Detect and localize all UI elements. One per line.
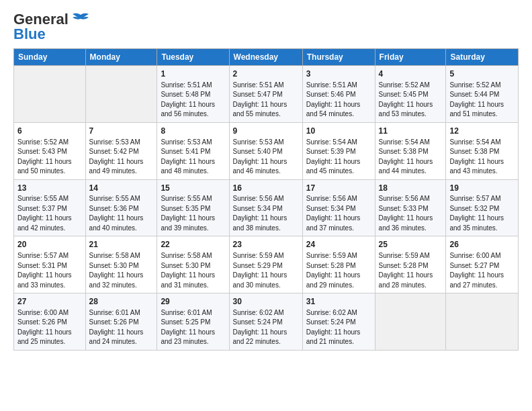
calendar-day-cell: 25Sunrise: 5:59 AMSunset: 5:28 PMDayligh… — [375, 236, 446, 293]
day-cell-content: Sunrise: 6:02 AMSunset: 5:24 PMDaylight:… — [306, 308, 371, 347]
day-number: 14 — [89, 183, 154, 194]
day-number: 17 — [306, 183, 371, 194]
day-number: 24 — [306, 239, 371, 250]
calendar-day-cell: 28Sunrise: 6:01 AMSunset: 5:26 PMDayligh… — [85, 293, 157, 351]
day-number: 8 — [161, 126, 225, 137]
day-cell-content: Sunrise: 6:00 AMSunset: 5:26 PMDaylight:… — [17, 308, 82, 347]
weekday-header-thursday: Thursday — [302, 49, 375, 66]
day-number: 9 — [233, 126, 299, 137]
calendar-week-row: 6Sunrise: 5:52 AMSunset: 5:43 PMDaylight… — [14, 122, 519, 179]
day-cell-content: Sunrise: 5:53 AMSunset: 5:41 PMDaylight:… — [161, 138, 225, 177]
day-number: 27 — [17, 296, 82, 308]
day-number: 6 — [17, 126, 82, 137]
day-cell-content: Sunrise: 5:56 AMSunset: 5:34 PMDaylight:… — [233, 194, 299, 233]
calendar-day-cell: 29Sunrise: 6:01 AMSunset: 5:25 PMDayligh… — [157, 293, 229, 351]
day-cell-content: Sunrise: 5:59 AMSunset: 5:28 PMDaylight:… — [379, 251, 443, 290]
day-number: 26 — [449, 239, 515, 250]
day-number: 12 — [449, 126, 515, 137]
calendar-week-row: 1Sunrise: 5:51 AMSunset: 5:48 PMDaylight… — [14, 66, 519, 123]
day-number: 22 — [161, 239, 225, 250]
day-cell-content: Sunrise: 5:54 AMSunset: 5:39 PMDaylight:… — [306, 138, 371, 177]
calendar-day-cell: 12Sunrise: 5:54 AMSunset: 5:38 PMDayligh… — [446, 122, 519, 179]
calendar-header: SundayMondayTuesdayWednesdayThursdayFrid… — [14, 49, 519, 66]
calendar-day-cell: 6Sunrise: 5:52 AMSunset: 5:43 PMDaylight… — [14, 122, 86, 179]
day-number: 16 — [233, 183, 299, 194]
calendar-body: 1Sunrise: 5:51 AMSunset: 5:48 PMDaylight… — [14, 66, 519, 351]
weekday-header-saturday: Saturday — [446, 49, 519, 66]
calendar-day-cell: 23Sunrise: 5:59 AMSunset: 5:29 PMDayligh… — [229, 236, 302, 293]
day-number: 29 — [161, 296, 225, 308]
calendar-day-cell: 4Sunrise: 5:52 AMSunset: 5:45 PMDaylight… — [375, 66, 446, 123]
day-cell-content: Sunrise: 5:54 AMSunset: 5:38 PMDaylight:… — [449, 138, 515, 177]
calendar-day-cell: 14Sunrise: 5:55 AMSunset: 5:36 PMDayligh… — [85, 179, 157, 236]
day-cell-content: Sunrise: 6:01 AMSunset: 5:25 PMDaylight:… — [161, 308, 225, 347]
calendar-day-cell: 17Sunrise: 5:56 AMSunset: 5:34 PMDayligh… — [302, 179, 375, 236]
day-number: 7 — [89, 126, 154, 137]
day-number: 28 — [89, 296, 154, 308]
day-cell-content: Sunrise: 5:53 AMSunset: 5:40 PMDaylight:… — [233, 138, 299, 177]
day-cell-content: Sunrise: 5:59 AMSunset: 5:28 PMDaylight:… — [306, 251, 371, 290]
logo: General Blue — [13, 11, 90, 43]
weekday-header-row: SundayMondayTuesdayWednesdayThursdayFrid… — [14, 49, 519, 66]
logo-bird-icon — [71, 12, 90, 27]
calendar-day-cell: 8Sunrise: 5:53 AMSunset: 5:41 PMDaylight… — [157, 122, 229, 179]
day-cell-content: Sunrise: 5:56 AMSunset: 5:34 PMDaylight:… — [306, 194, 371, 233]
day-cell-content: Sunrise: 5:51 AMSunset: 5:46 PMDaylight:… — [306, 81, 371, 120]
calendar-day-cell: 2Sunrise: 5:51 AMSunset: 5:47 PMDaylight… — [229, 66, 302, 123]
calendar-day-cell: 31Sunrise: 6:02 AMSunset: 5:24 PMDayligh… — [302, 293, 375, 351]
day-number: 4 — [379, 68, 443, 80]
weekday-header-monday: Monday — [85, 49, 157, 66]
day-cell-content: Sunrise: 5:55 AMSunset: 5:36 PMDaylight:… — [89, 194, 154, 233]
day-number: 30 — [233, 296, 299, 308]
day-cell-content: Sunrise: 5:56 AMSunset: 5:33 PMDaylight:… — [379, 194, 443, 233]
calendar-day-cell — [375, 293, 446, 351]
day-cell-content: Sunrise: 5:51 AMSunset: 5:48 PMDaylight:… — [161, 81, 225, 120]
day-number: 5 — [449, 68, 515, 80]
day-number: 31 — [306, 296, 371, 308]
weekday-header-wednesday: Wednesday — [229, 49, 302, 66]
day-number: 21 — [89, 239, 154, 250]
weekday-header-tuesday: Tuesday — [157, 49, 229, 66]
day-cell-content: Sunrise: 5:53 AMSunset: 5:42 PMDaylight:… — [89, 138, 154, 177]
day-cell-content: Sunrise: 5:52 AMSunset: 5:45 PMDaylight:… — [379, 81, 443, 120]
calendar-day-cell: 3Sunrise: 5:51 AMSunset: 5:46 PMDaylight… — [302, 66, 375, 123]
calendar-day-cell: 30Sunrise: 6:02 AMSunset: 5:24 PMDayligh… — [229, 293, 302, 351]
day-cell-content: Sunrise: 5:58 AMSunset: 5:30 PMDaylight:… — [89, 251, 154, 290]
day-number: 13 — [17, 183, 82, 194]
weekday-header-sunday: Sunday — [14, 49, 86, 66]
page: General Blue SundayMondayTuesdayWednesda… — [0, 0, 532, 411]
calendar-day-cell: 16Sunrise: 5:56 AMSunset: 5:34 PMDayligh… — [229, 179, 302, 236]
calendar-day-cell: 19Sunrise: 5:57 AMSunset: 5:32 PMDayligh… — [446, 179, 519, 236]
day-cell-content: Sunrise: 6:00 AMSunset: 5:27 PMDaylight:… — [449, 251, 515, 290]
calendar-day-cell: 21Sunrise: 5:58 AMSunset: 5:30 PMDayligh… — [85, 236, 157, 293]
calendar-day-cell: 24Sunrise: 5:59 AMSunset: 5:28 PMDayligh… — [302, 236, 375, 293]
calendar-week-row: 20Sunrise: 5:57 AMSunset: 5:31 PMDayligh… — [14, 236, 519, 293]
day-number: 11 — [379, 126, 443, 137]
day-cell-content: Sunrise: 6:02 AMSunset: 5:24 PMDaylight:… — [233, 308, 299, 347]
weekday-header-friday: Friday — [375, 49, 446, 66]
calendar-day-cell: 27Sunrise: 6:00 AMSunset: 5:26 PMDayligh… — [14, 293, 86, 351]
day-cell-content: Sunrise: 5:54 AMSunset: 5:38 PMDaylight:… — [379, 138, 443, 177]
day-cell-content: Sunrise: 5:57 AMSunset: 5:32 PMDaylight:… — [449, 194, 515, 233]
calendar-day-cell: 18Sunrise: 5:56 AMSunset: 5:33 PMDayligh… — [375, 179, 446, 236]
day-cell-content: Sunrise: 5:51 AMSunset: 5:47 PMDaylight:… — [233, 81, 299, 120]
day-cell-content: Sunrise: 5:52 AMSunset: 5:44 PMDaylight:… — [449, 81, 515, 120]
day-cell-content: Sunrise: 5:52 AMSunset: 5:43 PMDaylight:… — [17, 138, 82, 177]
calendar-day-cell: 10Sunrise: 5:54 AMSunset: 5:39 PMDayligh… — [302, 122, 375, 179]
calendar-day-cell: 13Sunrise: 5:55 AMSunset: 5:37 PMDayligh… — [14, 179, 86, 236]
day-cell-content: Sunrise: 5:59 AMSunset: 5:29 PMDaylight:… — [233, 251, 299, 290]
day-cell-content: Sunrise: 6:01 AMSunset: 5:26 PMDaylight:… — [89, 308, 154, 347]
day-number: 18 — [379, 183, 443, 194]
day-number: 1 — [161, 68, 225, 80]
day-number: 19 — [449, 183, 515, 194]
header: General Blue — [13, 11, 519, 43]
calendar-day-cell: 20Sunrise: 5:57 AMSunset: 5:31 PMDayligh… — [14, 236, 86, 293]
calendar-day-cell: 26Sunrise: 6:00 AMSunset: 5:27 PMDayligh… — [446, 236, 519, 293]
calendar-day-cell — [446, 293, 519, 351]
logo-blue-text: Blue — [13, 26, 46, 43]
calendar-day-cell: 5Sunrise: 5:52 AMSunset: 5:44 PMDaylight… — [446, 66, 519, 123]
calendar-day-cell: 15Sunrise: 5:55 AMSunset: 5:35 PMDayligh… — [157, 179, 229, 236]
calendar-day-cell — [85, 66, 157, 123]
day-number: 25 — [379, 239, 443, 250]
day-number: 3 — [306, 68, 371, 80]
